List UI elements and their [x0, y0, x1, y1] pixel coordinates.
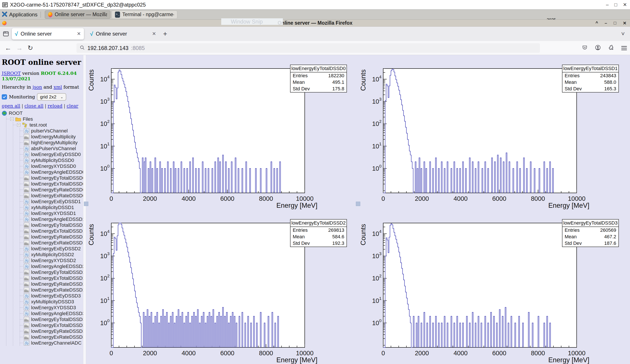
- stat-box[interactable]: lowEnergyEyTotalDSSD2Entries269813Mean58…: [290, 219, 347, 247]
- tree-item[interactable]: lowEnergyExTotalDSSD2: [20, 275, 83, 281]
- tree-root[interactable]: ROOT: [2, 110, 83, 116]
- tree-item[interactable]: highEnergyMultiplicity: [20, 140, 83, 146]
- x2go-close-icon[interactable]: ✕: [623, 2, 627, 8]
- monitoring-label: Monitoring: [9, 94, 35, 100]
- applications-menu-label: Applications: [9, 11, 38, 18]
- histogram-panel-dssd2[interactable]: 0200040006000800010000100101102103104Cou…: [86, 209, 358, 364]
- menu-icon[interactable]: [621, 45, 627, 51]
- tree-item[interactable]: lowEnergyEyRateDSSD3: [20, 328, 83, 334]
- x2go-maximize-icon[interactable]: □: [614, 2, 617, 8]
- jsroot-favicon: √: [15, 30, 18, 37]
- tree-item[interactable]: absPulserVsChannel: [20, 146, 83, 152]
- svg-text:10000: 10000: [296, 195, 314, 202]
- tree-item[interactable]: lowEnergyEyTotalDSSD3: [20, 316, 83, 322]
- x2go-minimize-icon[interactable]: –: [606, 2, 608, 8]
- tree-item[interactable]: lowEnergyEyRateDSSD0: [20, 187, 83, 193]
- tree-item[interactable]: lowEnergyExEyDSSD3: [20, 293, 83, 299]
- tree-item[interactable]: xyMultiplicityDSSD1: [20, 204, 83, 210]
- tree-item[interactable]: xyMultiplicityDSSD0: [20, 157, 83, 163]
- minimize-icon[interactable]: –: [605, 20, 607, 26]
- tree-file-test-root[interactable]: test.root: [13, 122, 83, 128]
- applications-menu-button[interactable]: Applications: [0, 11, 39, 18]
- firefox-view-icon[interactable]: [2, 30, 9, 37]
- url-bar[interactable]: 192.168.207.143:8085: [76, 43, 540, 53]
- layout-select[interactable]: grid 2x2 ⌄: [37, 93, 66, 101]
- histogram-2d-icon: [24, 205, 29, 210]
- tab-online-server-1[interactable]: √ Online server ✕: [12, 28, 84, 39]
- extensions-icon[interactable]: [608, 45, 614, 51]
- tree-item[interactable]: lowEnergyAngleEDSSD2: [20, 263, 83, 269]
- tree-files[interactable]: Files: [6, 116, 83, 122]
- account-icon[interactable]: [595, 45, 601, 51]
- tree-item[interactable]: lowEnergyEyTotalDSSD1: [20, 222, 83, 228]
- list-all-tabs-icon[interactable]: ˅: [621, 30, 625, 37]
- sidebar-scrollbar[interactable]: [83, 55, 86, 364]
- url-host: 192.168.207.143: [88, 45, 128, 51]
- stat-box[interactable]: lowEnergyEyTotalDSSD1Entries243843Mean58…: [562, 65, 619, 93]
- tree-item[interactable]: lowEnergyEyRateDSSD2: [20, 281, 83, 287]
- tab-close-icon[interactable]: ✕: [77, 31, 81, 37]
- histogram-2d-icon: [24, 158, 29, 163]
- tree-item[interactable]: lowEnergyExRateDSSD0: [20, 193, 83, 198]
- back-button[interactable]: ←: [5, 44, 11, 52]
- tree-item[interactable]: xyMultiplicityDSSD3: [20, 299, 83, 305]
- tree-item[interactable]: lowEnergyXYDSSD0: [20, 163, 83, 169]
- reload-button[interactable]: ↻: [28, 44, 33, 52]
- histogram-panel-dssd3[interactable]: 0200040006000800010000100101102103104Cou…: [358, 209, 630, 364]
- tree-item[interactable]: lowEnergyExRateDSSD2: [20, 287, 83, 293]
- clear-link[interactable]: clear: [67, 103, 78, 108]
- grid-resize-handle[interactable]: [356, 202, 360, 206]
- stat-box[interactable]: lowEnergyEyTotalDSSD3Entries260569Mean46…: [562, 219, 619, 247]
- tree-item[interactable]: lowEnergyXYDSSD3: [20, 305, 83, 311]
- tree-item[interactable]: lowEnergyExTotalDSSD3: [20, 322, 83, 328]
- tree-item[interactable]: lowEnergyEyTotalDSSD0: [20, 175, 83, 181]
- taskbar-window-firefox[interactable]: Online server — Mozilla Fi...: [45, 10, 110, 19]
- tree-item[interactable]: lowEnergyExRateDSSD3: [20, 334, 83, 340]
- tree-item[interactable]: lowEnergyExEyDSSD0: [20, 152, 83, 157]
- forward-button[interactable]: →: [16, 44, 23, 52]
- reload-link[interactable]: reload: [48, 103, 62, 108]
- tree-item[interactable]: lowEnergyXYDSSD1: [20, 210, 83, 216]
- collapse-toggle-icon[interactable]: [17, 123, 20, 127]
- tree-item[interactable]: lowEnergyExRateDSSD1: [20, 240, 83, 246]
- taskbar-window-terminal[interactable]: >_ Terminal - npg@carme-gsi...: [112, 10, 177, 19]
- tree-item[interactable]: lowEnergyXYDSSD2: [20, 257, 83, 263]
- tree-item[interactable]: lowEnergyExTotalDSSD0: [20, 181, 83, 187]
- tab-online-server-2[interactable]: √ Online server ✕: [87, 28, 159, 39]
- close-icon[interactable]: ✕: [623, 20, 626, 26]
- collapse-toggle-icon[interactable]: [10, 117, 14, 121]
- grid-resize-handle[interactable]: [84, 202, 88, 206]
- maximize-icon[interactable]: □: [614, 20, 616, 26]
- tree-item[interactable]: lowEnergyExEyDSSD2: [20, 246, 83, 252]
- new-tab-button[interactable]: +: [163, 30, 167, 38]
- histogram-1d-icon: [24, 240, 29, 245]
- tree-item[interactable]: lowEnergyAngleEDSSD1: [20, 216, 83, 222]
- tree-item[interactable]: lowEnergyEyRateDSSD1: [20, 234, 83, 240]
- histogram-2d-icon: [24, 258, 29, 263]
- histogram-1d-icon: [24, 234, 29, 239]
- close-all-link[interactable]: close all: [24, 103, 44, 108]
- tree-item[interactable]: pulserVsChannel: [20, 128, 83, 134]
- histogram-panel-dssd0[interactable]: 0200040006000800010000100101102103104Cou…: [86, 55, 358, 209]
- tree-item[interactable]: lowEnergyAngleEDSSD0: [20, 169, 83, 175]
- tree-item[interactable]: lowEnergyExTotalDSSD1: [20, 228, 83, 234]
- stat-box[interactable]: lowEnergyEyTotalDSSD0Entries182230Mean49…: [290, 65, 347, 93]
- tree-item[interactable]: xyMultiplicityDSSD2: [20, 252, 83, 257]
- svg-text:Energy [MeV]: Energy [MeV]: [276, 202, 318, 209]
- svg-text:10000: 10000: [568, 350, 586, 357]
- tree-item[interactable]: lowEnergyMultiplicity: [20, 134, 83, 140]
- tree-item[interactable]: lowEnergyAngleEDSSD3: [20, 311, 83, 316]
- open-all-link[interactable]: open all: [2, 103, 20, 108]
- monitoring-checkbox[interactable]: [2, 94, 7, 100]
- tab-close-icon[interactable]: ✕: [152, 31, 156, 37]
- tree-item[interactable]: lowEnergyEyTotalDSSD2: [20, 269, 83, 275]
- json-link[interactable]: json: [32, 84, 42, 90]
- xml-link[interactable]: xml: [54, 84, 62, 90]
- jsroot-link[interactable]: JSROOT: [2, 71, 21, 76]
- pocket-icon[interactable]: [582, 45, 588, 51]
- tree-item[interactable]: lowEnergyExEyDSSD1: [20, 198, 83, 204]
- shade-icon[interactable]: ^: [596, 20, 598, 26]
- chevron-down-icon: ⌄: [60, 95, 63, 99]
- histogram-panel-dssd1[interactable]: 0200040006000800010000100101102103104Cou…: [358, 55, 630, 209]
- tree-item[interactable]: lowEnergyChannelADC: [20, 340, 83, 346]
